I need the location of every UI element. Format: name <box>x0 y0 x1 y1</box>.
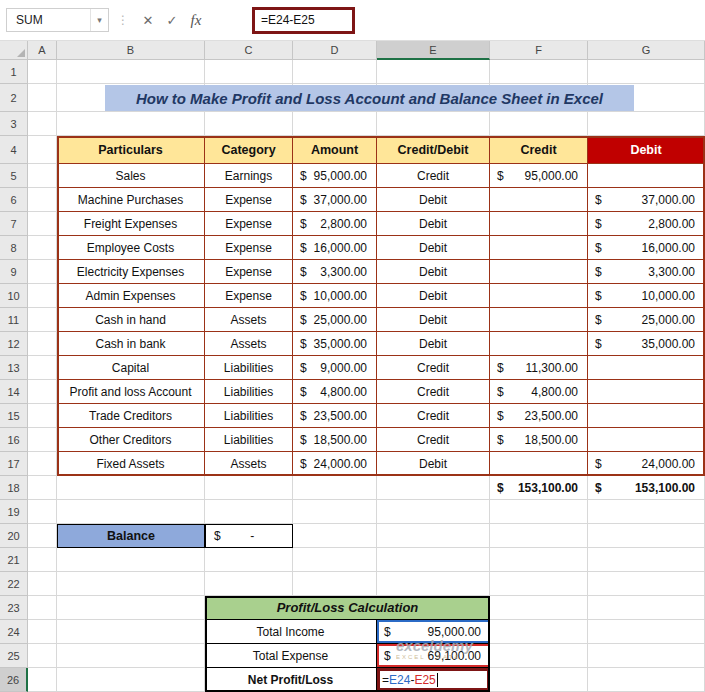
grid-cell[interactable] <box>490 524 588 548</box>
row-header-13[interactable]: 13 <box>0 356 28 380</box>
grid-cell[interactable] <box>377 500 490 524</box>
cell-debit[interactable]: $ 3,300.00 <box>588 260 705 284</box>
cell-credit[interactable] <box>490 260 588 284</box>
row-header-2[interactable]: 2 <box>0 84 28 112</box>
grid-cell[interactable] <box>57 476 205 500</box>
cell-amount[interactable]: $ 35,000.00 <box>293 332 377 356</box>
cell-debit[interactable] <box>588 356 705 380</box>
grid-cell[interactable] <box>588 596 705 620</box>
cell-debit[interactable] <box>588 380 705 404</box>
grid-cell[interactable] <box>57 500 205 524</box>
grid-cell[interactable] <box>28 188 57 212</box>
row-header-1[interactable]: 1 <box>0 60 28 84</box>
row-header-26[interactable]: 26 <box>0 668 28 692</box>
grid-cell[interactable] <box>490 548 588 572</box>
cell-amount[interactable]: $ 4,800.00 <box>293 380 377 404</box>
grid-cell[interactable] <box>588 112 705 136</box>
grid-cell[interactable] <box>28 212 57 236</box>
grid-cell[interactable] <box>293 60 377 84</box>
grid-cell[interactable] <box>28 476 57 500</box>
row-header-6[interactable]: 6 <box>0 188 28 212</box>
cell-amount[interactable]: $ 10,000.00 <box>293 284 377 308</box>
grid-cell[interactable] <box>293 572 377 596</box>
row-header-25[interactable]: 25 <box>0 644 28 668</box>
cell-debit[interactable]: $ 10,000.00 <box>588 284 705 308</box>
total-credit-cell[interactable]: $ 153,100.00 <box>490 476 588 500</box>
grid-cell[interactable] <box>28 164 57 188</box>
cell-category[interactable]: Expense <box>205 188 293 212</box>
row-header-24[interactable]: 24 <box>0 620 28 644</box>
cell-credit[interactable] <box>490 452 588 476</box>
header-debit[interactable]: Debit <box>588 136 705 164</box>
cell-particulars[interactable]: Other Creditors <box>57 428 205 452</box>
grid-cell[interactable] <box>490 500 588 524</box>
cell-credit-debit[interactable]: Credit <box>377 356 490 380</box>
cell-amount[interactable]: $ 3,300.00 <box>293 260 377 284</box>
cell-credit[interactable]: $ 4,800.00 <box>490 380 588 404</box>
cell-debit[interactable]: $ 16,000.00 <box>588 236 705 260</box>
grid-cell[interactable] <box>293 524 377 548</box>
cell-credit[interactable] <box>490 212 588 236</box>
grid-cell[interactable] <box>588 60 705 84</box>
enter-icon[interactable]: ✓ <box>160 9 184 31</box>
row-header-11[interactable]: 11 <box>0 308 28 332</box>
cell-credit-debit[interactable]: Credit <box>377 164 490 188</box>
cell-debit[interactable] <box>588 404 705 428</box>
cell-amount[interactable]: $ 23,500.00 <box>293 404 377 428</box>
grid-cell[interactable] <box>57 548 205 572</box>
total-debit-cell[interactable]: $ 153,100.00 <box>588 476 705 500</box>
cell-amount[interactable]: $ 9,000.00 <box>293 356 377 380</box>
grid-cell[interactable] <box>28 548 57 572</box>
net-profit-loss-label[interactable]: Net Profit/Loss <box>205 668 377 692</box>
cell-particulars[interactable]: Cash in hand <box>57 308 205 332</box>
grid-cell[interactable] <box>490 668 588 692</box>
cell-credit-debit[interactable]: Debit <box>377 452 490 476</box>
cell-credit-debit[interactable]: Debit <box>377 260 490 284</box>
cell-credit[interactable]: $ 18,500.00 <box>490 428 588 452</box>
cell-category[interactable]: Expense <box>205 236 293 260</box>
grid-cell[interactable] <box>57 644 205 668</box>
cell-category[interactable]: Expense <box>205 260 293 284</box>
cell-particulars[interactable]: Sales <box>57 164 205 188</box>
grid-cell[interactable] <box>490 596 588 620</box>
grid-cell[interactable] <box>293 112 377 136</box>
cell-amount[interactable]: $ 24,000.00 <box>293 452 377 476</box>
cell-credit-debit[interactable]: Credit <box>377 404 490 428</box>
header-credit[interactable]: Credit <box>490 136 588 164</box>
grid-cell[interactable] <box>28 308 57 332</box>
cell-credit[interactable] <box>490 188 588 212</box>
cell-credit[interactable] <box>490 284 588 308</box>
cell-debit[interactable]: $ 37,000.00 <box>588 188 705 212</box>
row-header-20[interactable]: 20 <box>0 524 28 548</box>
grid-cell[interactable] <box>205 572 293 596</box>
cell-particulars[interactable]: Freight Expenses <box>57 212 205 236</box>
cell-credit-debit[interactable]: Debit <box>377 188 490 212</box>
row-header-16[interactable]: 16 <box>0 428 28 452</box>
grid-cell[interactable] <box>28 428 57 452</box>
grid-cell[interactable] <box>588 644 705 668</box>
column-header-A[interactable]: A <box>28 41 57 60</box>
cell-category[interactable]: Earnings <box>205 164 293 188</box>
cell-particulars[interactable]: Electricity Expenses <box>57 260 205 284</box>
cancel-icon[interactable]: ✕ <box>136 9 160 31</box>
grid-cell[interactable] <box>588 548 705 572</box>
grid-cell[interactable] <box>490 644 588 668</box>
formula-input[interactable]: =E24-E25 <box>208 7 355 34</box>
grid-cell[interactable] <box>377 572 490 596</box>
cell-credit-debit[interactable]: Credit <box>377 428 490 452</box>
grid-cell[interactable] <box>293 500 377 524</box>
row-header-3[interactable]: 3 <box>0 112 28 136</box>
cell-amount[interactable]: $ 25,000.00 <box>293 308 377 332</box>
cell-amount[interactable]: $ 37,000.00 <box>293 188 377 212</box>
cell-category[interactable]: Assets <box>205 332 293 356</box>
grid-cell[interactable] <box>490 620 588 644</box>
grid-cell[interactable] <box>28 332 57 356</box>
cell-amount[interactable]: $ 18,500.00 <box>293 428 377 452</box>
cell-credit[interactable] <box>490 332 588 356</box>
grid-cell[interactable] <box>588 572 705 596</box>
cell-credit-debit[interactable]: Debit <box>377 212 490 236</box>
grid-cell[interactable] <box>28 620 57 644</box>
cell-particulars[interactable]: Profit and loss Account <box>57 380 205 404</box>
cell-particulars[interactable]: Admin Expenses <box>57 284 205 308</box>
grid-cell[interactable] <box>490 112 588 136</box>
